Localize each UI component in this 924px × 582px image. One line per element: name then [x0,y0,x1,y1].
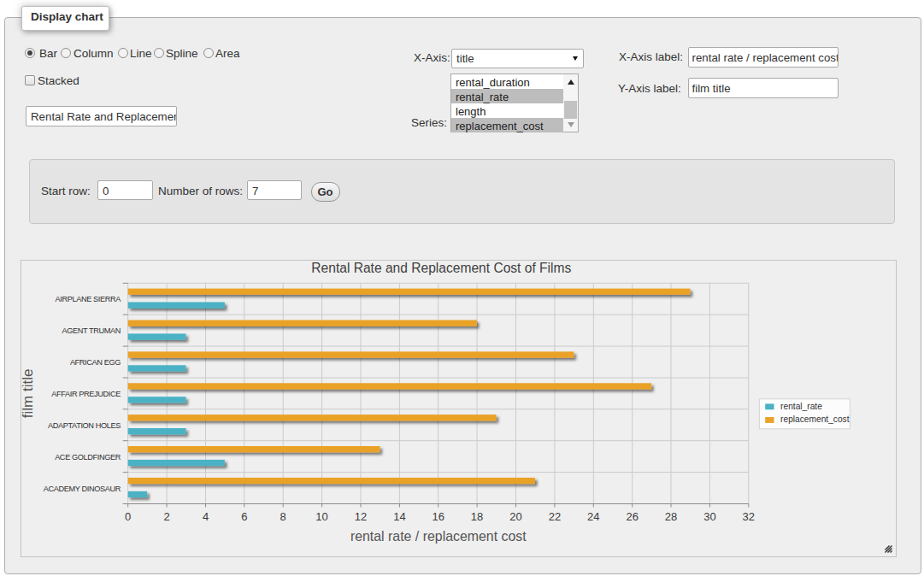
svg-text:replacement_cost: replacement_cost [780,414,850,424]
svg-text:4: 4 [203,510,209,523]
svg-text:ACADEMY DINOSAUR: ACADEMY DINOSAUR [44,485,121,493]
svg-text:ADAPTATION HOLES: ADAPTATION HOLES [48,421,121,430]
svg-text:16: 16 [432,510,444,523]
svg-text:24: 24 [587,510,599,523]
svg-text:28: 28 [665,510,677,523]
svg-text:rental_rate: rental_rate [780,402,822,411]
svg-text:ACE GOLDFINGER: ACE GOLDFINGER [55,453,121,461]
svg-text:AIRPLANE SIERRA: AIRPLANE SIERRA [55,295,121,303]
svg-text:6: 6 [241,510,247,523]
svg-text:AFFAIR PREJUDICE: AFFAIR PREJUDICE [51,390,121,398]
svg-text:2: 2 [163,510,169,523]
svg-text:rental rate / replacement cost: rental rate / replacement cost [350,529,527,544]
svg-text:18: 18 [471,510,483,523]
svg-text:8: 8 [280,510,286,523]
svg-text:film title: film title [21,369,36,419]
svg-text:Rental Rate and Replacement Co: Rental Rate and Replacement Cost of Film… [311,261,571,275]
svg-text:10: 10 [315,510,327,523]
svg-text:30: 30 [703,510,715,523]
svg-text:AFRICAN EGG: AFRICAN EGG [70,358,121,367]
svg-text:14: 14 [393,510,405,523]
svg-text:20: 20 [509,510,521,523]
svg-text:12: 12 [355,510,367,523]
svg-text:26: 26 [626,510,638,523]
svg-text:0: 0 [125,510,131,523]
svg-text:AGENT TRUMAN: AGENT TRUMAN [62,326,121,335]
svg-text:32: 32 [743,510,755,523]
svg-text:22: 22 [549,510,561,523]
